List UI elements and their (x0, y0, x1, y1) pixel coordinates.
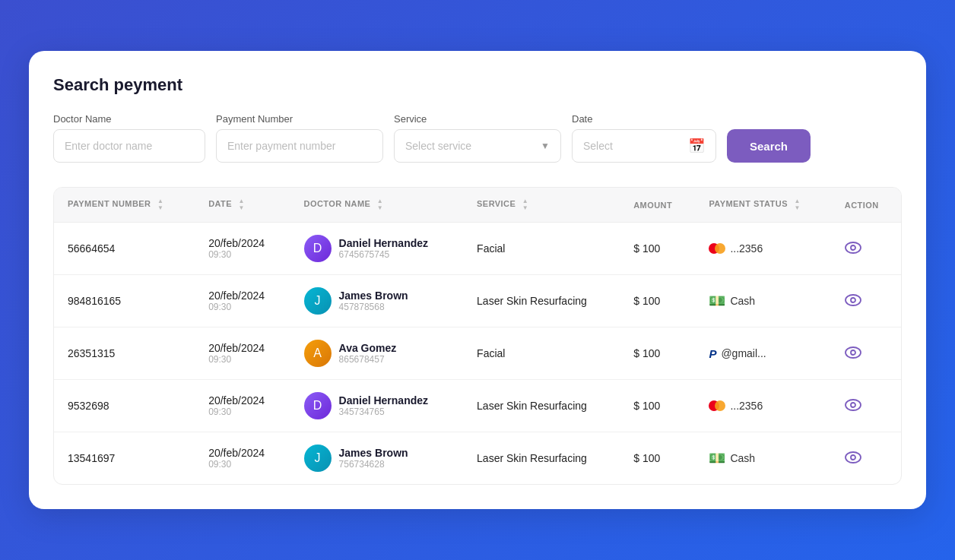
amount-value: $ 100 (633, 347, 660, 359)
cell-amount: $ 100 (620, 223, 695, 275)
avatar: D (304, 235, 332, 262)
col-header-action: ACTION (831, 188, 901, 223)
cell-payment-status: 💵Cash (695, 432, 830, 485)
mastercard-icon (709, 243, 725, 254)
cell-payment-status: P@gmail... (695, 327, 830, 380)
cell-action (831, 223, 901, 275)
cell-doctor-name: D Daniel Hernandez 345734765 (290, 380, 464, 432)
date-main: 20/feb/2024 (208, 289, 276, 302)
doctor-name: Daniel Hernandez (339, 394, 428, 407)
search-button[interactable]: Search (727, 129, 811, 163)
eye-icon (845, 294, 861, 306)
avatar: J (304, 445, 332, 472)
eye-icon (845, 346, 861, 359)
svg-point-5 (851, 350, 855, 355)
cell-payment-status: ...2356 (695, 380, 830, 432)
table-row: 953269820/feb/202409:30 D Daniel Hernand… (54, 380, 901, 432)
doctor-info: Daniel Hernandez 345734765 (339, 394, 428, 417)
svg-point-9 (851, 455, 855, 460)
svg-point-7 (851, 403, 855, 407)
doctor-info: Ava Gomez 865678457 (339, 342, 397, 365)
date-select-text: Select (583, 140, 688, 152)
cell-payment-number: 56664654 (54, 223, 195, 275)
sort-arrows-service[interactable]: ▲▼ (522, 198, 528, 211)
amount-value: $ 100 (633, 242, 660, 255)
service-select-text: Select service (405, 140, 541, 152)
payment-label: ...2356 (730, 242, 763, 255)
eye-icon (845, 242, 861, 254)
date-select[interactable]: Select 📅 (572, 129, 716, 163)
col-header-payment-status: PAYMENT STATUS ▲▼ (695, 188, 830, 223)
amount-value: $ 100 (633, 400, 660, 412)
service-field-group: Service Select service ▼ (394, 113, 561, 163)
cell-payment-number: 13541697 (54, 432, 195, 485)
table-row: 5666465420/feb/202409:30 D Daniel Hernan… (54, 223, 901, 275)
cell-action (831, 327, 901, 380)
page-title: Search peyment (53, 75, 902, 95)
col-header-doctor-name: DOCTOR NAME ▲▼ (290, 188, 464, 223)
col-header-date: DATE ▲▼ (195, 188, 290, 223)
cell-action (831, 275, 901, 327)
doctor-id: 345734765 (339, 407, 428, 417)
mastercard-icon (709, 400, 725, 411)
cell-action (831, 380, 901, 432)
cell-date: 20/feb/202409:30 (195, 432, 290, 485)
doctor-info: James Brown 457878568 (339, 289, 408, 312)
sort-arrows-doctor[interactable]: ▲▼ (377, 198, 383, 211)
paypal-icon: P (709, 347, 716, 360)
cell-service: Facial (463, 327, 620, 380)
doctor-name: James Brown (339, 289, 408, 302)
doctor-name: Ava Gomez (339, 342, 397, 354)
view-button[interactable] (845, 450, 861, 467)
doctor-info: James Brown 756734628 (339, 447, 408, 470)
eye-icon (845, 399, 861, 411)
sort-arrows-status[interactable]: ▲▼ (794, 198, 800, 211)
view-button[interactable] (845, 293, 861, 310)
col-header-payment-number: PAYMENT NUMBER ▲▼ (54, 188, 195, 223)
search-bar: Doctor Name Payment Number Service Selec… (53, 113, 902, 163)
svg-point-6 (846, 400, 861, 410)
col-header-service: SERVICE ▲▼ (463, 188, 620, 223)
table-row: 98481616520/feb/202409:30 J James Brown … (54, 275, 901, 327)
avatar: A (304, 340, 332, 367)
date-main: 20/feb/2024 (208, 342, 276, 354)
doctor-id: 457878568 (339, 302, 408, 312)
cell-payment-status: ...2356 (695, 223, 830, 275)
view-button[interactable] (845, 240, 861, 258)
sort-arrows-payment[interactable]: ▲▼ (157, 198, 163, 211)
service-label: Service (394, 113, 561, 125)
date-time: 09:30 (208, 459, 276, 470)
sort-arrows-date[interactable]: ▲▼ (239, 198, 245, 211)
date-label: Date (572, 113, 716, 125)
view-button[interactable] (845, 397, 861, 415)
service-select[interactable]: Select service ▼ (394, 129, 561, 163)
doctor-name-label: Doctor Name (53, 113, 205, 125)
chevron-down-icon: ▼ (541, 141, 550, 151)
cell-doctor-name: A Ava Gomez 865678457 (290, 327, 464, 380)
table-row: 2635131520/feb/202409:30 A Ava Gomez 865… (54, 327, 901, 380)
payment-number-input[interactable] (216, 129, 383, 163)
date-time: 09:30 (208, 249, 276, 260)
calendar-icon: 📅 (688, 138, 705, 154)
amount-value: $ 100 (633, 295, 660, 307)
date-time: 09:30 (208, 407, 276, 417)
svg-point-4 (846, 347, 861, 358)
cell-payment-number: 26351315 (54, 327, 195, 380)
cell-service: Laser Skin Resurfacing (463, 275, 620, 327)
avatar: D (304, 392, 332, 419)
cell-service: Laser Skin Resurfacing (463, 432, 620, 485)
date-time: 09:30 (208, 302, 276, 312)
payment-label: Cash (730, 295, 755, 307)
cell-service: Facial (463, 223, 620, 275)
cell-date: 20/feb/202409:30 (195, 380, 290, 432)
view-button[interactable] (845, 345, 861, 362)
doctor-name-input[interactable] (53, 129, 205, 163)
amount-value: $ 100 (633, 452, 660, 464)
doctor-info: Daniel Hernandez 6745675745 (339, 237, 428, 260)
svg-point-8 (846, 452, 861, 463)
table-row: 1354169720/feb/202409:30 J James Brown 7… (54, 432, 901, 485)
payment-label: ...2356 (730, 400, 763, 412)
cell-doctor-name: J James Brown 457878568 (290, 275, 464, 327)
svg-point-3 (851, 298, 855, 302)
cell-amount: $ 100 (620, 275, 695, 327)
